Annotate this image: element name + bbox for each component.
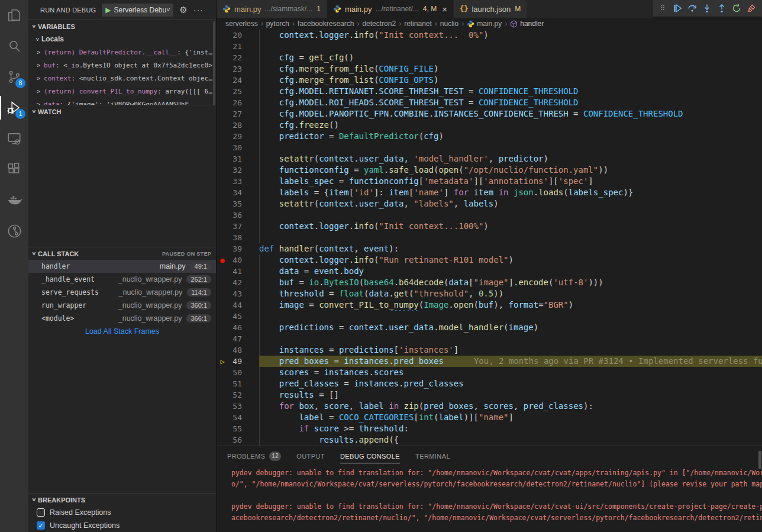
code-line[interactable]: 20 context.logger.info("Init context... … <box>217 30 762 41</box>
watch-section-header[interactable]: > WATCH <box>28 105 216 118</box>
code-line[interactable]: 46 predictions = context.user_data.model… <box>217 322 762 333</box>
breadcrumb-item[interactable]: retinanet <box>404 20 432 28</box>
code-line[interactable]: 30 <box>217 142 762 153</box>
gutter[interactable]: 56 <box>217 434 259 446</box>
breakpoint-row[interactable]: Raised Exceptions <box>28 506 216 519</box>
step-over-button[interactable] <box>684 1 699 15</box>
gutter[interactable]: 50 <box>217 367 259 378</box>
code-line[interactable]: 32 functionconfig = yaml.safe_load(open(… <box>217 165 762 176</box>
gutter[interactable]: ▷49 <box>217 356 259 367</box>
breadcrumb-item[interactable]: facebookresearch <box>298 20 354 28</box>
breadcrumb-item[interactable]: pytorch <box>266 20 289 28</box>
tab-debug-console[interactable]: DEBUG CONSOLE <box>340 446 400 466</box>
locals-scope-row[interactable]: > Locals <box>28 33 216 46</box>
variable-row[interactable]: >data: {'image': 'iVBORw0KGgoAAAANSUhE… <box>28 98 216 105</box>
gutter[interactable]: 28 <box>217 120 259 131</box>
tab-main-py-siammask[interactable]: main.py .../siammask/... 1 <box>217 0 327 18</box>
tab-terminal[interactable]: TERMINAL <box>415 446 450 466</box>
disconnect-button[interactable] <box>744 1 758 15</box>
drag-handle-icon[interactable]: ⠿ <box>655 1 670 15</box>
code-line[interactable]: 38 <box>217 232 762 243</box>
code-line[interactable]: 50 scores = instances.scores <box>217 367 762 378</box>
gutter[interactable]: 27 <box>217 108 259 120</box>
gutter[interactable]: 31 <box>217 153 259 165</box>
stack-frame-row[interactable]: serve_requests_nuclio_wrapper.py114:1 <box>28 286 216 299</box>
code-line[interactable]: 25 cfg.MODEL.RETINANET.SCORE_THRESH_TEST… <box>217 86 762 97</box>
code-line[interactable]: 29 predictor = DefaultPredictor(cfg) <box>217 131 762 142</box>
code-line[interactable]: 44 image = convert_PIL_to_numpy(Image.op… <box>217 299 762 311</box>
gutter[interactable]: 29 <box>217 131 259 142</box>
code-line[interactable]: 56 results.append({ <box>217 434 762 446</box>
code-line[interactable]: 43 threshold = float(data.get("threshold… <box>217 288 762 299</box>
run-and-debug-icon[interactable]: 1 <box>0 92 28 123</box>
stack-frame-row[interactable]: _handle_event_nuclio_wrapper.py262:1 <box>28 273 216 286</box>
code-line[interactable]: 34 labels = {item['id']: item['name'] fo… <box>217 187 762 198</box>
breakpoint-row[interactable]: ✓Uncaught Exceptions <box>28 519 216 532</box>
stack-frame-row[interactable]: run_wrapper_nuclio_wrapper.py360:1 <box>28 299 216 312</box>
code-line[interactable]: ▷49 pred_boxes = instances.pred_boxesYou… <box>217 356 762 367</box>
checkbox[interactable]: ✓ <box>37 521 45 530</box>
breadcrumb-item[interactable]: main.py <box>467 20 502 28</box>
code-line[interactable]: 39def handler(context, event): <box>217 243 762 254</box>
gutter[interactable]: ●40 <box>217 254 259 266</box>
tab-launch-json[interactable]: {} launch.json M <box>454 0 527 18</box>
gutter[interactable]: 44 <box>217 299 259 311</box>
stack-frame-row[interactable]: handlermain.py49:1 <box>28 260 216 273</box>
continue-button[interactable] <box>670 1 684 15</box>
code-line[interactable]: 48 instances = predictions['instances'] <box>217 344 762 356</box>
code-line[interactable]: 51 pred_classes = instances.pred_classes <box>217 378 762 389</box>
gutter[interactable]: 48 <box>217 344 259 356</box>
gear-icon[interactable]: ⚙ <box>179 5 187 15</box>
stack-frame-row[interactable]: <module>_nuclio_wrapper.py366:1 <box>28 312 216 325</box>
code-line[interactable]: 33 labels_spec = functionconfig['metadat… <box>217 176 762 187</box>
restart-button[interactable] <box>729 1 744 15</box>
code-line[interactable]: 42 buf = io.BytesIO(base64.b64decode(dat… <box>217 277 762 288</box>
code-line[interactable]: 55 if score >= threshold: <box>217 423 762 434</box>
gitlens-icon[interactable] <box>0 215 28 246</box>
remote-explorer-icon[interactable] <box>0 123 28 154</box>
variable-row[interactable]: >context: <nuclio_sdk.context.Context ob… <box>28 72 216 85</box>
gutter[interactable]: 54 <box>217 412 259 423</box>
code-line[interactable]: 41 data = event.body <box>217 266 762 277</box>
gutter[interactable]: 42 <box>217 277 259 288</box>
gutter[interactable]: 52 <box>217 389 259 401</box>
gutter[interactable]: 33 <box>217 176 259 187</box>
code-line[interactable]: 45 <box>217 311 762 322</box>
code-line[interactable]: 36 <box>217 209 762 221</box>
gutter[interactable]: 25 <box>217 86 259 97</box>
variable-row[interactable]: >(return) convert_PIL_to_numpy: array([[… <box>28 85 216 98</box>
gutter[interactable]: 34 <box>217 187 259 198</box>
gutter[interactable]: 39 <box>217 243 259 254</box>
breakpoint-dot-icon[interactable]: ● <box>220 256 225 265</box>
start-debug-icon[interactable]: ▶ <box>105 6 111 14</box>
code-line[interactable]: 37 context.logger.info("Init context...1… <box>217 221 762 232</box>
panel-scrollbar[interactable] <box>758 451 761 469</box>
breakpoints-section-header[interactable]: > BREAKPOINTS <box>28 493 216 506</box>
gutter[interactable]: 46 <box>217 322 259 333</box>
code-line[interactable]: 35 setattr(context.user_data, "labels", … <box>217 198 762 209</box>
code-line[interactable]: 47 <box>217 333 762 344</box>
launch-config-dropdown[interactable]: ▶ Serverless Debu > <box>102 4 173 17</box>
debug-console-output[interactable]: pydev debugger: unable to find translati… <box>217 466 762 532</box>
breadcrumb-item[interactable]: nuclio <box>440 20 459 28</box>
code-line[interactable]: 24 cfg.merge_from_list(CONFIG_OPTS) <box>217 75 762 86</box>
code-line[interactable]: 26 cfg.MODEL.ROI_HEADS.SCORE_THRESH_TEST… <box>217 97 762 108</box>
gutter[interactable]: 23 <box>217 63 259 75</box>
code-line[interactable]: 31 setattr(context.user_data, 'model_han… <box>217 153 762 165</box>
code-line[interactable]: 22 cfg = get_cfg() <box>217 52 762 63</box>
load-all-stack-frames-link[interactable]: Load All Stack Frames <box>28 325 216 338</box>
breadcrumb-item[interactable]: serverless <box>225 20 258 28</box>
code-line[interactable]: 54 label = COCO_CATEGORIES[int(label)]["… <box>217 412 762 423</box>
tab-problems[interactable]: PROBLEMS 12 <box>227 446 281 466</box>
more-actions-icon[interactable]: ··· <box>193 5 204 15</box>
gutter[interactable]: 38 <box>217 232 259 243</box>
step-into-button[interactable] <box>699 1 714 15</box>
tab-main-py-retinanet[interactable]: main.py .../retinanet/... 4, M × <box>327 0 454 18</box>
gutter[interactable]: 41 <box>217 266 259 277</box>
code-line[interactable]: 53 for box, score, label in zip(pred_box… <box>217 401 762 412</box>
code-line[interactable]: 21 <box>217 41 762 52</box>
sidebar-scrollbar[interactable] <box>213 21 215 105</box>
gutter[interactable]: 24 <box>217 75 259 86</box>
extensions-icon[interactable] <box>0 154 28 185</box>
close-icon[interactable]: × <box>442 5 447 14</box>
